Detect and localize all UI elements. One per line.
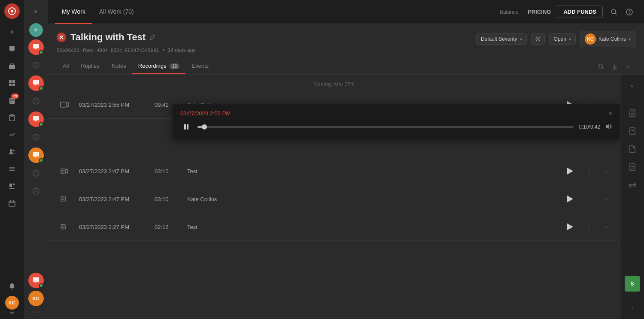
sidebar-clipboard-icon[interactable] [4,110,20,125]
settings-btn[interactable] [531,33,545,45]
sidebar-reports2-icon[interactable] [4,178,20,194]
sidebar-expand-icon[interactable]: » [4,24,20,39]
tab-events[interactable]: Events [185,58,215,74]
svg-rect-64 [630,164,635,171]
tab-all[interactable]: All [57,58,75,74]
issue-separator: • [162,47,164,53]
audio-icon-3 [57,191,72,207]
severity-dropdown[interactable]: Default Severity ▾ [476,33,527,45]
svg-rect-51 [61,197,65,201]
right-doc3-icon[interactable] [625,141,640,157]
new-conversation-btn[interactable]: + [29,23,43,37]
player-time: 0:10/9:42 [579,124,600,130]
second-sidebar-expand[interactable]: » [28,3,44,19]
my-work-tab[interactable]: My Work [55,0,92,24]
recordings-count: 16 [170,63,179,69]
clock-icon-3 [28,129,44,145]
user-avatar[interactable]: KC [5,296,19,310]
right-panel: « [620,75,644,319]
right-collapse-icon[interactable]: « [625,78,640,93]
rec-datetime-4: 03/27/2023 2:27 PM [79,224,148,230]
more-btn-2[interactable]: ⋮ [584,166,594,176]
right-arrows-icon[interactable] [625,178,640,193]
svg-rect-45 [187,124,188,129]
tab-notes[interactable]: Notes [106,58,132,74]
svg-rect-3 [9,80,12,83]
svg-marker-54 [567,196,573,202]
edit-title-icon[interactable] [150,34,156,41]
conversation-item-4[interactable] [28,147,44,163]
svg-rect-19 [13,184,15,185]
right-shopify-icon[interactable]: S [625,276,640,292]
sidebar-chat-icon[interactable] [4,41,20,57]
rec-datetime-2: 03/27/2023 2:47 PM [79,168,148,175]
issue-id: 56b90c20-fbed-4984-b50c-66947c5c5b91 [57,48,159,53]
svg-rect-42 [61,102,66,107]
sidebar-briefcase-icon[interactable] [4,58,20,74]
sidebar-calendar-icon[interactable] [4,196,20,211]
expand-btn-2[interactable]: › [601,166,611,176]
more-btn-4[interactable]: ⋮ [584,222,594,232]
play-btn-3[interactable] [563,192,577,206]
progress-handle[interactable] [202,124,207,129]
conversation-item-bottom[interactable] [28,273,44,288]
right-doc1-icon[interactable] [625,105,640,121]
tab-recordings[interactable]: Recordings 16 [132,58,186,74]
play-btn-4[interactable] [563,220,577,234]
video-icon [57,97,72,112]
right-doc4-icon[interactable] [625,160,640,175]
expand-btn-3[interactable]: › [601,194,611,204]
sidebar-right-arrow[interactable]: › [37,309,39,314]
second-sidebar: » + [24,0,48,319]
search-nav-icon[interactable] [606,4,622,20]
svg-point-14 [13,150,15,151]
tab-replies[interactable]: Replies [75,58,105,74]
expand-btn-4[interactable]: › [601,222,611,232]
kc-avatar-sidebar[interactable]: KC [28,291,44,306]
pause-btn[interactable] [180,121,192,133]
recording-row-4: 03/27/2023 2:27 PM 02:12 Test ⋮ › [48,213,620,241]
play-btn-2[interactable] [563,164,577,178]
svg-rect-4 [12,80,15,83]
rec-agent-4: Test [187,224,556,230]
app-logo[interactable] [4,3,20,19]
sidebar-list-icon[interactable] [4,161,20,177]
svg-marker-46 [606,124,609,129]
progress-bar[interactable] [197,126,574,128]
download-icon[interactable] [608,60,622,73]
conversation-item-3[interactable] [28,111,44,127]
sidebar-left-arrow[interactable]: ‹ [33,309,35,314]
content-search-icon[interactable] [594,60,608,73]
player-close-btn[interactable]: × [609,110,612,117]
bell-icon[interactable] [4,279,20,294]
assignee-chevron: ▾ [629,37,631,42]
audio-icon-2 [57,163,72,179]
assignee-dropdown[interactable]: KC Kate Collins ▾ [580,31,635,47]
svg-point-38 [599,64,603,68]
pricing-btn[interactable]: PRICING [522,6,557,18]
svg-rect-44 [184,124,186,129]
balance-label: Balance [500,9,518,15]
issue-header: Talking with Test Default Severity ▾ [48,24,644,58]
clock-icon-4 [28,166,44,181]
collapse-icon[interactable]: « [622,60,635,73]
add-funds-btn[interactable]: ADD FUNDS [557,6,603,18]
svg-point-1 [11,10,13,12]
volume-icon[interactable] [605,123,612,131]
all-work-tab[interactable]: All Work (70) [92,0,141,24]
conversation-item-2[interactable] [28,75,44,91]
audio-player: 03/27/2023 2:55 PM × 0:10 [173,104,620,139]
svg-line-39 [602,67,604,69]
more-btn-3[interactable]: ⋮ [584,194,594,204]
status-dropdown[interactable]: Open ▾ [549,33,576,45]
sidebar-people-icon[interactable] [4,144,20,160]
sidebar-chart-icon[interactable] [4,127,20,142]
sidebar-reports-icon[interactable]: 79 [4,93,20,108]
clock-icon-5 [28,184,44,199]
svg-rect-20 [9,188,15,189]
sidebar-grid-icon[interactable] [4,75,20,91]
help-nav-icon[interactable]: ? [622,4,637,20]
right-expand-icon[interactable]: › [625,300,640,316]
right-doc2-icon[interactable] [625,123,640,139]
conversation-item[interactable] [28,39,44,55]
